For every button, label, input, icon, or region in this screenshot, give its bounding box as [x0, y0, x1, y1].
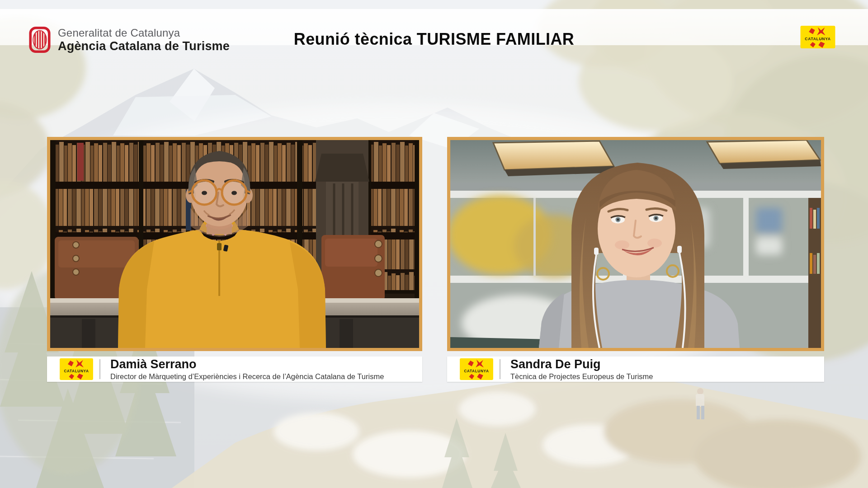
speaker-video-sandra — [450, 140, 821, 348]
speaker-role: Director de Màrqueting d’Experiències i … — [110, 372, 384, 381]
plate-divider — [500, 359, 500, 379]
lower-third-right: CATALUNYA Sandra De Puig Tècnica de Proj… — [447, 357, 824, 382]
speaker-name: Damià Serrano — [110, 357, 384, 371]
lower-third-left: CATALUNYA Damià Serrano Director de Màrq… — [47, 357, 422, 382]
catalunya-wordmark: CATALUNYA — [805, 37, 831, 41]
org-name-line2: Agència Catalana de Turisme — [58, 39, 230, 53]
catalunya-wordmark: CATALUNYA — [464, 369, 489, 373]
video-panel-right — [447, 137, 824, 351]
generalitat-shield-icon — [29, 26, 51, 53]
speaker-role: Tècnica de Projectes Europeus de Turisme — [510, 372, 653, 381]
ceiling-light-left — [493, 141, 618, 176]
catalunya-brand-logo: CATALUNYA — [799, 26, 837, 48]
speaker-name: Sandra De Puig — [510, 357, 653, 371]
broadcast-frame: Generalitat de Catalunya Agència Catalan… — [0, 0, 868, 488]
speaker-video-damia — [50, 140, 419, 348]
org-name-line1: Generalitat de Catalunya — [58, 27, 230, 39]
leather-chair-right — [321, 235, 385, 300]
video-panel-left — [47, 137, 422, 351]
bookshelf-strip-right — [808, 198, 821, 348]
plate-divider — [99, 359, 100, 379]
catalunya-badge-icon: CATALUNYA — [60, 358, 93, 380]
ceiling-light-right — [707, 140, 821, 169]
page-title: Reunió tècnica TURISME FAMILIAR — [294, 30, 574, 49]
catalunya-badge-icon: CATALUNYA — [460, 358, 493, 380]
generalitat-logo-block: Generalitat de Catalunya Agència Catalan… — [29, 26, 230, 53]
catalunya-wordmark: CATALUNYA — [64, 369, 89, 373]
header-bar: Generalitat de Catalunya Agència Catalan… — [0, 9, 868, 45]
